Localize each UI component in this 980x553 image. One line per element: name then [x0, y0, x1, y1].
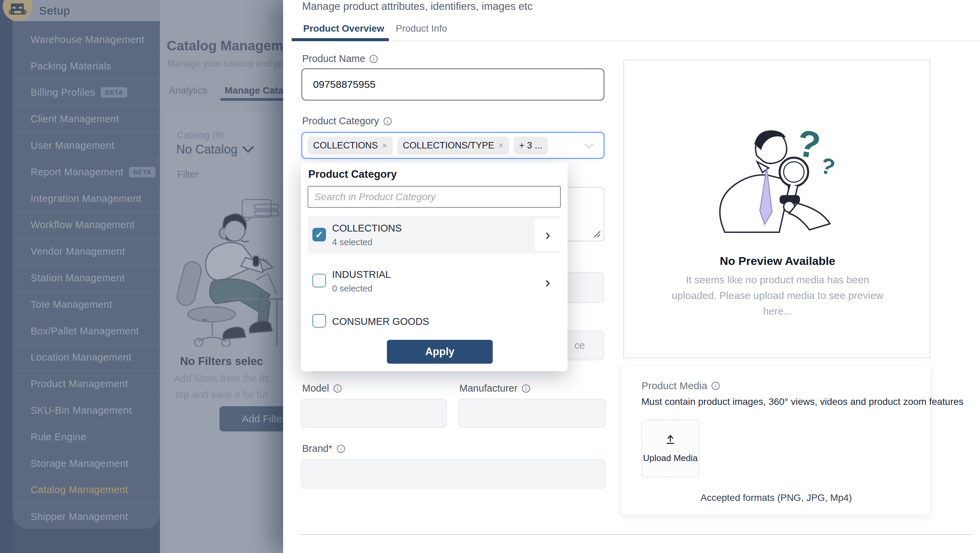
sidebar-item-warehouse-management[interactable]: Warehouse Management — [13, 27, 160, 53]
category-chip[interactable]: COLLECTIONS/TYPE× — [398, 137, 509, 154]
modal-tabs-divider — [292, 40, 980, 41]
info-icon: i — [333, 384, 342, 393]
brand-input[interactable] — [301, 459, 606, 489]
product-media-requirement: Must contain product images, 360° views,… — [641, 396, 964, 407]
dropdown-title: Product Category — [308, 168, 397, 180]
sidebar: Warehouse Management Packing Materials B… — [13, 0, 160, 529]
apply-button[interactable]: Apply — [387, 340, 493, 364]
sidebar-item-tote-management[interactable]: Tote Management — [13, 292, 160, 318]
empty-state: No Filters selec — [160, 355, 283, 368]
modal-bottom-divider — [301, 534, 972, 535]
brand-label: Brand* i — [302, 443, 345, 454]
chip-remove-icon[interactable]: × — [498, 140, 503, 151]
chevron-down-icon — [584, 143, 594, 148]
resize-handle-icon[interactable] — [592, 229, 601, 238]
expand-option-button[interactable]: › — [535, 270, 561, 294]
sidebar-item-product-management[interactable]: Product Management — [13, 371, 160, 397]
product-category-label: Product Category i — [302, 115, 392, 127]
sidebar-item-report-management[interactable]: Report ManagementBETA — [13, 159, 160, 186]
product-name-label: Product Name i — [302, 53, 378, 64]
empty-state-line2: top and save it for fut — [176, 389, 268, 400]
app-root: Warehouse Management Packing Materials B… — [0, 0, 980, 553]
manufacturer-input[interactable] — [458, 399, 606, 428]
product-category-dropdown: Product Category ✓ COLLECTIONS 4 selecte… — [301, 163, 568, 371]
svg-text:i: i — [387, 118, 388, 124]
sidebar-item-sku-bin-management[interactable]: SKU-Bin Management — [13, 397, 160, 424]
beta-badge: BETA — [101, 87, 127, 98]
model-label: Model i — [302, 383, 342, 394]
checkbox-checked-icon[interactable]: ✓ — [312, 228, 326, 241]
empty-catalog-illustration — [174, 197, 286, 347]
conveyor-icon — [3, 0, 33, 21]
catalog-selector[interactable]: No Catalog — [176, 142, 254, 157]
option-count: 4 selected — [332, 237, 372, 247]
svg-text:i: i — [525, 386, 527, 392]
category-option-industrial[interactable]: INDUSTRIAL 0 selected › — [308, 265, 561, 299]
sidebar-item-shipper-management[interactable]: Shipper Management — [13, 503, 160, 529]
category-more-chip[interactable]: + 3 ... — [514, 137, 548, 154]
upload-media-button[interactable]: Upload Media — [641, 419, 699, 477]
left-rail — [0, 0, 13, 553]
info-icon: i — [711, 381, 720, 390]
checkbox-unchecked-icon[interactable] — [312, 274, 326, 287]
sidebar-item-packing-materials[interactable]: Packing Materials — [13, 53, 160, 80]
hidden-field-fragment: ce — [574, 340, 585, 351]
sidebar-item-station-management[interactable]: Station Management — [13, 265, 160, 292]
product-name-input[interactable] — [301, 69, 605, 100]
media-preview-panel: ? ? ? — [624, 60, 930, 358]
tab-product-overview[interactable]: Product Overview — [303, 23, 384, 34]
sidebar-setup-header: Setup — [13, 0, 160, 21]
page-subtitle: Manage your catalog and produc — [167, 59, 302, 69]
svg-text:?: ? — [818, 152, 838, 180]
chevron-down-icon — [242, 146, 254, 153]
product-media-label: Product Media i — [641, 380, 720, 392]
sidebar-item-workflow-management[interactable]: Workflow Management — [13, 212, 160, 239]
tab-analytics[interactable]: Analytics — [169, 85, 207, 96]
info-icon: i — [337, 445, 345, 453]
checkbox-unchecked-icon[interactable] — [312, 314, 326, 328]
product-media-card: Product Media i Must contain product ima… — [620, 365, 931, 516]
no-preview-illustration: ? ? ? — [706, 112, 849, 241]
no-preview-line2: uploaded. Please upload media to see pre… — [624, 288, 931, 303]
modal-subtitle: Manage product attributes, identifiers, … — [302, 0, 533, 13]
chevron-right-icon: › — [545, 275, 550, 290]
category-chip[interactable]: COLLECTIONS× — [308, 137, 393, 154]
tab-product-info[interactable]: Product Info — [396, 23, 447, 34]
sidebar-item-rule-engine[interactable]: Rule Engine — [13, 424, 160, 451]
category-search-input[interactable] — [308, 186, 561, 208]
sidebar-item-box-pallet-management[interactable]: Box/Pallet Management — [13, 318, 160, 344]
category-option-consumer-goods[interactable]: CONSUMER GOODS — [308, 311, 561, 331]
info-icon: i — [369, 54, 378, 63]
sidebar-item-location-management[interactable]: Location Management — [13, 344, 160, 371]
svg-text:i: i — [340, 446, 342, 452]
empty-state-line1: Add filters from the filt — [174, 373, 269, 384]
svg-text:i: i — [337, 386, 338, 392]
beta-badge: BETA — [129, 167, 156, 177]
info-icon: i — [522, 384, 530, 393]
product-category-select[interactable]: COLLECTIONS× COLLECTIONS/TYPE× + 3 ... — [301, 132, 605, 159]
sidebar-item-catalog-management[interactable]: Catalog Management — [13, 477, 160, 504]
no-preview-title: No Preview Available — [624, 254, 931, 268]
info-icon: i — [383, 117, 392, 126]
sidebar-item-integration-management[interactable]: Integration Management — [13, 186, 160, 212]
svg-text:i: i — [715, 383, 717, 389]
sidebar-nav: Warehouse Management Packing Materials B… — [13, 27, 160, 529]
setup-label: Setup — [39, 5, 70, 18]
sidebar-item-storage-management[interactable]: Storage Management — [13, 451, 160, 477]
sidebar-item-client-management[interactable]: Client Management — [13, 106, 160, 132]
chevron-right-icon: › — [545, 227, 550, 242]
active-tab-underline — [221, 98, 283, 101]
sidebar-item-vendor-management[interactable]: Vendor Management — [13, 238, 160, 265]
empty-state-title: No Filters selec — [160, 355, 283, 368]
no-preview-line3: here... — [624, 303, 931, 319]
sidebar-item-billing-profiles[interactable]: Billing ProfilesBETA — [13, 80, 160, 106]
manufacturer-label: Manufacturer i — [460, 383, 530, 394]
category-option-collections[interactable]: ✓ COLLECTIONS 4 selected › — [308, 216, 561, 253]
option-count: 0 selected — [332, 283, 372, 294]
filter-label: Filter — [177, 169, 199, 180]
svg-text:i: i — [373, 56, 375, 62]
sidebar-item-user-management[interactable]: User Management — [13, 132, 160, 159]
model-input[interactable] — [301, 399, 447, 428]
chip-remove-icon[interactable]: × — [382, 140, 387, 151]
expand-option-button[interactable]: › — [535, 218, 561, 251]
